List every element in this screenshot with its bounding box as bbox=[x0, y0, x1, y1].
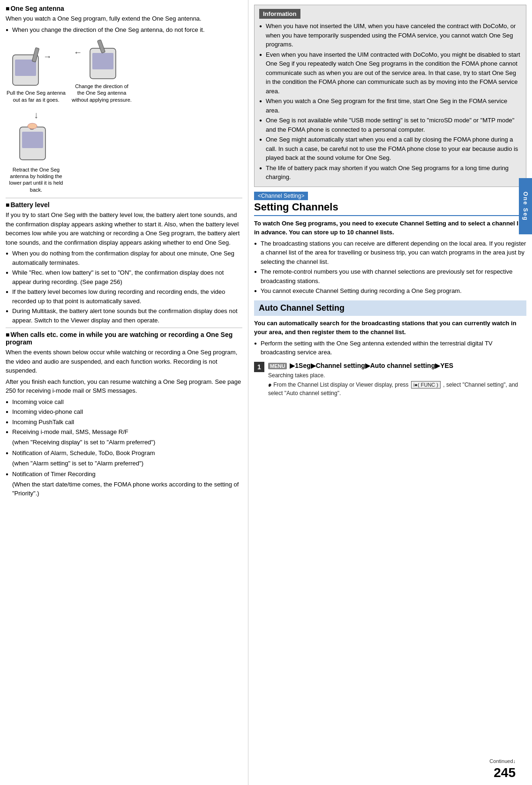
channel-tag: <Channel Setting> bbox=[254, 192, 308, 200]
calls-sub4: (when "Receiving display" is set to "Ala… bbox=[6, 438, 242, 447]
battery-heading: Battery level bbox=[6, 201, 242, 209]
auto-channel-header: Auto Channel Setting bbox=[254, 300, 526, 316]
calls-bullet3: Incoming PushTalk call bbox=[6, 418, 242, 427]
svg-rect-1 bbox=[15, 60, 36, 76]
calls-bullet5: Notification of Alarm, Schedule, ToDo, B… bbox=[6, 449, 242, 458]
channel-title: Setting Channels bbox=[254, 201, 526, 216]
step-1-main: MENU ▶1Seg▶Channel setting▶Auto channel … bbox=[268, 361, 526, 371]
calls-bullet6: Notification of Timer Recording bbox=[6, 470, 242, 479]
calls-heading: When calls etc. come in while you are wa… bbox=[6, 331, 242, 346]
step-1-sub: Searching takes place. bbox=[268, 372, 526, 380]
channel-intro: To watch One Seg programs, you need to e… bbox=[254, 219, 526, 237]
section-battery: Battery level If you try to start One Se… bbox=[6, 201, 242, 325]
information-header: Information bbox=[259, 9, 300, 19]
antenna-img3-svg bbox=[13, 122, 60, 164]
step-1-bullet-prefix: ● bbox=[268, 381, 272, 388]
info-bullet6: The life of battery pack may shorten if … bbox=[259, 164, 521, 182]
auto-channel-intro: You can automatically search for the bro… bbox=[254, 319, 526, 337]
antenna-image2: ← Change the direction of the One Seg an… bbox=[71, 39, 132, 103]
svg-text:←: ← bbox=[74, 48, 82, 57]
antenna-para1: When you watch a One Seg program, fully … bbox=[6, 14, 242, 23]
svg-text:→: → bbox=[43, 52, 52, 61]
side-tab: One Seg bbox=[519, 178, 532, 234]
antenna-arrow-down: ↓ bbox=[34, 110, 38, 120]
antenna-img3-caption: Retract the One Seg antenna by holding t… bbox=[6, 166, 67, 193]
antenna-img2-caption: Change the direction of the One Seg ante… bbox=[71, 83, 132, 103]
menu-key: MENU bbox=[268, 363, 287, 369]
information-box: Information When you have not inserted t… bbox=[254, 5, 526, 187]
calls-sub6: (When the start date/time comes, the FOM… bbox=[6, 480, 242, 498]
svg-rect-5 bbox=[92, 53, 113, 69]
func-key: i●( FUNC ) bbox=[411, 381, 441, 389]
svg-point-11 bbox=[28, 123, 37, 129]
svg-rect-9 bbox=[22, 132, 43, 148]
antenna-images-row2: ↓ Retract the One Seg antenna by holding… bbox=[6, 108, 242, 193]
step-1-from-text: From the Channel List display or Viewer … bbox=[273, 381, 408, 388]
battery-bullet2: While "Rec. when low battery" is set to … bbox=[6, 268, 242, 286]
antenna-images-row1: → Pull the One Seg antenna out as far as… bbox=[6, 39, 242, 103]
step-1-row: 1 MENU ▶1Seg▶Channel setting▶Auto channe… bbox=[254, 361, 526, 397]
calls-bullet1: Incoming voice call bbox=[6, 397, 242, 407]
searching-text: Searching takes place. bbox=[268, 372, 325, 379]
channel-bullet2: The remote-control numbers you use with … bbox=[254, 267, 526, 285]
info-bullet3: When you watch a One Seg program for the… bbox=[259, 97, 521, 115]
auto-channel-section: Auto Channel Setting You can automatical… bbox=[254, 300, 526, 397]
step-1-sub2: ● From the Channel List display or Viewe… bbox=[268, 380, 526, 397]
calls-sub5: (when "Alarm setting" is set to "Alarm p… bbox=[6, 459, 242, 468]
calls-bullet4: Receiving i-mode mail, SMS, Message R/F bbox=[6, 427, 242, 437]
calls-para2: After you finish each function, you can … bbox=[6, 377, 242, 396]
antenna-bullet1: When you change the direction of the One… bbox=[6, 25, 242, 35]
section-calls: When calls etc. come in while you are wa… bbox=[6, 331, 242, 498]
antenna-img1-svg: → bbox=[8, 45, 64, 88]
step-1-content: MENU ▶1Seg▶Channel setting▶Auto channel … bbox=[268, 361, 526, 397]
auto-channel-bullet1: Perform the setting with the One Seg ant… bbox=[254, 339, 526, 357]
step-1-text: ▶1Seg▶Channel setting▶Auto channel setti… bbox=[290, 362, 453, 369]
antenna-image1: → Pull the One Seg antenna out as far as… bbox=[6, 45, 67, 103]
info-bullet5: One Seg might automatically start when y… bbox=[259, 135, 521, 163]
continued-label: Continued↓ bbox=[489, 758, 516, 764]
side-tab-label: One Seg bbox=[522, 192, 529, 221]
channel-bullet3: You cannot execute Channel Setting durin… bbox=[254, 286, 526, 296]
antenna-image3: ↓ Retract the One Seg antenna by holding… bbox=[6, 108, 67, 193]
calls-bullet2: Incoming video-phone call bbox=[6, 407, 242, 417]
right-column: Information When you have not inserted t… bbox=[248, 0, 532, 785]
info-bullet4: One Seg is not available while "USB mode… bbox=[259, 116, 521, 134]
step-1-number: 1 bbox=[254, 362, 264, 372]
info-bullet2: Even when you have inserted the UIM cont… bbox=[259, 50, 521, 96]
page-number: 245 bbox=[494, 765, 516, 780]
left-column: One Seg antenna When you watch a One Seg… bbox=[0, 0, 248, 785]
antenna-img2-svg: ← bbox=[71, 39, 132, 81]
antenna-img1-caption: Pull the One Seg antenna out as far as i… bbox=[6, 90, 67, 103]
section-one-seg-antenna: One Seg antenna When you watch a One Seg… bbox=[6, 5, 242, 193]
battery-bullet3: If the battery level becomes low during … bbox=[6, 287, 242, 306]
calls-para1: When the events shown below occur while … bbox=[6, 348, 242, 375]
info-bullet1: When you have not inserted the UIM, when… bbox=[259, 22, 521, 49]
channel-bullet1: The broadcasting stations you can receiv… bbox=[254, 239, 526, 267]
channel-setting-section: <Channel Setting> Setting Channels To wa… bbox=[254, 192, 526, 296]
antenna-heading: One Seg antenna bbox=[6, 5, 242, 12]
battery-para1: If you try to start One Seg with the bat… bbox=[6, 210, 242, 247]
auto-channel-title: Auto Channel Setting bbox=[259, 303, 345, 313]
battery-bullet1: When you do nothing from the confirmatio… bbox=[6, 249, 242, 267]
battery-bullet4: During Multitask, the battery alert tone… bbox=[6, 307, 242, 325]
